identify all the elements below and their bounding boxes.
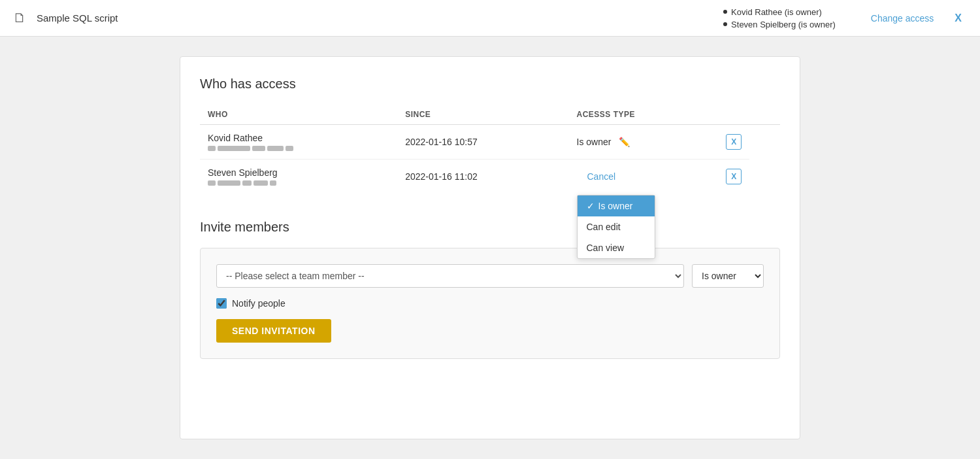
dropdown-label-is-owner: Is owner: [598, 201, 633, 211]
invite-row: -- Please select a team member -- Is own…: [216, 264, 764, 288]
main-area: Who has access WHO SINCE ACESSS TYPE Kov…: [0, 37, 980, 459]
notify-checkbox[interactable]: [216, 298, 227, 309]
mask-1: [208, 146, 216, 151]
mask-3: [252, 146, 265, 151]
who-has-access-title: Who has access: [200, 76, 780, 92]
col-since: SINCE: [397, 105, 568, 125]
user-email-mask-1: [208, 146, 389, 151]
since-cell-1: 2022-01-16 10:57: [397, 125, 568, 160]
since-date-2: 2022-01-16 11:02: [405, 171, 478, 182]
dropdown-item-is-owner[interactable]: ✓ Is owner: [578, 196, 655, 216]
remove-button-2[interactable]: X: [726, 169, 742, 184]
dropdown-label-can-edit: Can edit: [587, 222, 621, 232]
remove-button-1[interactable]: X: [726, 134, 742, 150]
mask-7: [218, 180, 240, 186]
owner-item-2: Steven Spielberg (is owner): [723, 20, 836, 29]
mask-5: [286, 146, 293, 151]
mask-6: [208, 180, 216, 186]
owner-item-1: Kovid Rathee (is owner): [723, 7, 836, 17]
topbar: 🗋 Sample SQL script Kovid Rathee (is own…: [0, 0, 980, 37]
send-invitation-button[interactable]: SEND INVITATION: [216, 319, 331, 343]
access-type-wrapper-2: ✓ Is owner Can edit Can view: [577, 169, 742, 184]
owner-label-1: Kovid Rathee (is owner): [731, 7, 822, 17]
access-table: WHO SINCE ACESSS TYPE Kovid Rathee: [200, 105, 780, 194]
member-select[interactable]: -- Please select a team member --: [216, 264, 684, 288]
checkmark-icon: ✓: [587, 201, 595, 211]
since-cell-2: 2022-01-16 11:02: [397, 160, 568, 194]
invite-members-title: Invite members: [200, 220, 780, 235]
invite-section: -- Please select a team member -- Is own…: [200, 248, 780, 359]
topbar-title: Sample SQL script: [37, 12, 713, 24]
mask-4: [267, 146, 284, 151]
dropdown-label-can-view: Can view: [587, 243, 625, 253]
access-type-cell-2: ✓ Is owner Can edit Can view: [569, 160, 750, 194]
table-header-row: WHO SINCE ACESSS TYPE: [200, 105, 780, 125]
document-icon: 🗋: [13, 10, 26, 26]
edit-access-button-1[interactable]: ✏️: [616, 135, 632, 148]
table-row: Steven Spielberg 2022-01-16 11:02: [200, 160, 780, 194]
since-date-1: 2022-01-16 10:57: [405, 137, 478, 147]
dropdown-item-can-edit[interactable]: Can edit: [578, 216, 655, 237]
user-name-1: Kovid Rathee: [208, 133, 389, 143]
cancel-link[interactable]: Cancel: [587, 171, 616, 182]
access-type-text-1: Is owner: [577, 137, 612, 147]
access-type-wrapper-1: Is owner ✏️ X: [577, 134, 742, 150]
access-type-cell-1: Is owner ✏️ X: [569, 125, 750, 160]
col-actions: [749, 105, 780, 125]
col-who: WHO: [200, 105, 397, 125]
change-access-button[interactable]: Change access: [866, 10, 939, 26]
dropdown-item-can-view[interactable]: Can view: [578, 237, 655, 258]
bullet-icon: [723, 10, 727, 14]
notify-label: Notify people: [232, 298, 286, 309]
user-cell-1: Kovid Rathee: [200, 125, 397, 160]
mask-8: [242, 180, 252, 186]
bullet-icon-2: [723, 22, 727, 26]
user-name-2: Steven Spielberg: [208, 167, 389, 178]
mask-2: [218, 146, 250, 151]
user-cell-2: Steven Spielberg: [200, 160, 397, 194]
invite-access-type-select[interactable]: Is owner Can edit Can view: [692, 264, 764, 288]
table-row: Kovid Rathee 2022-01-16 10:57: [200, 125, 780, 160]
notify-row: Notify people: [216, 298, 764, 309]
close-top-button[interactable]: X: [949, 10, 967, 27]
user-email-mask-2: [208, 180, 389, 186]
mask-10: [270, 180, 276, 186]
owner-label-2: Steven Spielberg (is owner): [731, 20, 836, 29]
dropdown-menu: ✓ Is owner Can edit Can view: [577, 195, 655, 259]
mask-9: [253, 180, 268, 186]
main-card: Who has access WHO SINCE ACESSS TYPE Kov…: [180, 56, 800, 439]
col-access-type: ACESSS TYPE: [569, 105, 750, 125]
topbar-owners: Kovid Rathee (is owner) Steven Spielberg…: [723, 7, 836, 29]
